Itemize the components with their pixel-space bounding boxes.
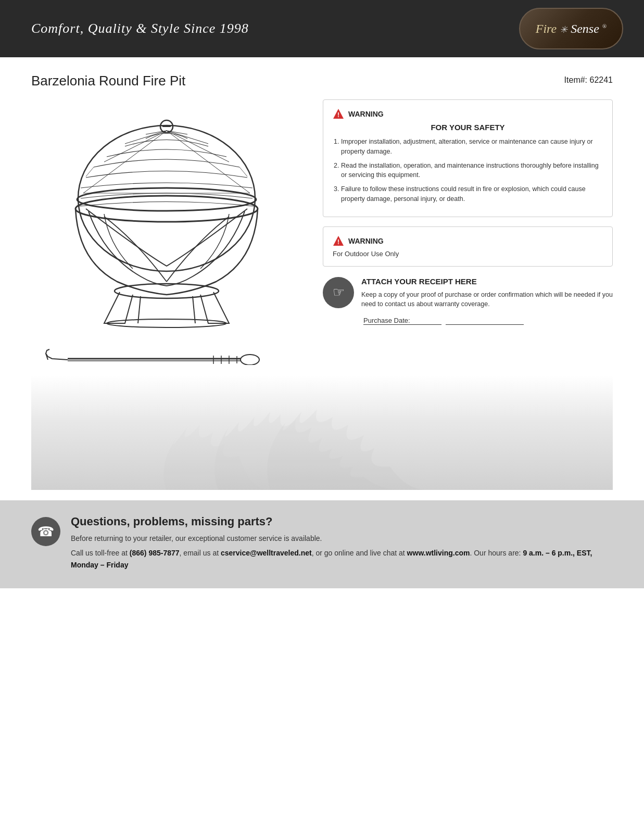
item-number: Item#: 62241 <box>564 75 613 85</box>
right-col: ! WARNING FOR YOUR SAFETY Improper insta… <box>323 99 613 325</box>
footer-line2-suffix: , or go online and live chat at <box>312 549 407 557</box>
svg-point-16 <box>115 284 219 298</box>
purchase-date-line: Purchase Date: <box>361 317 613 325</box>
receipt-description: Keep a copy of your proof of purchase or… <box>361 290 613 310</box>
warning-box-outdoor: ! WARNING For Outdoor Use Only <box>323 226 613 267</box>
footer-hours-prefix: . Our hours are: <box>470 549 523 557</box>
product-image-area <box>31 99 302 370</box>
warning2-text: For Outdoor Use Only <box>333 250 603 258</box>
warning1-item-2: Read the installation, operation, and ma… <box>341 161 603 181</box>
flame-decoration-area <box>31 375 613 490</box>
footer-heading: Questions, problems, missing parts? <box>71 515 613 528</box>
svg-point-18 <box>241 355 259 365</box>
footer-phone: (866) 985-7877 <box>130 549 180 557</box>
header-tagline: Comfort, Quality & Style Since 1998 <box>31 21 249 36</box>
two-col-layout: ! WARNING FOR YOUR SAFETY Improper insta… <box>31 99 613 370</box>
receipt-title: ATTACH YOUR RECEIPT HERE <box>361 277 613 286</box>
footer-line2-mid: , email us at <box>180 549 221 557</box>
warning1-list: Improper installation, adjustment, alter… <box>333 137 603 204</box>
footer-line1: Before returning to your retailer, our e… <box>71 533 613 544</box>
main-content: Barzelonia Round Fire Pit Item#: 62241 <box>0 57 644 500</box>
svg-line-2 <box>104 131 167 162</box>
footer-line2-prefix: Call us toll-free at <box>71 549 130 557</box>
warning-box-safety: ! WARNING FOR YOUR SAFETY Improper insta… <box>323 99 613 217</box>
warning1-item-3: Failure to follow these instructions cou… <box>341 184 603 204</box>
logo-asterisk: ✳ <box>560 24 567 35</box>
svg-line-10 <box>86 167 94 176</box>
warning1-title: WARNING <box>348 110 384 118</box>
product-image-col <box>31 99 302 370</box>
flame-svg <box>114 375 531 490</box>
footer-website: www.wtliving.com <box>407 549 470 557</box>
fire-pit-illustration <box>36 105 297 365</box>
svg-line-11 <box>239 167 247 176</box>
receipt-icon-circle: ☞ <box>323 277 354 308</box>
svg-point-0 <box>78 125 255 271</box>
brand-logo: Fire ✳ Sense ® <box>519 8 623 49</box>
product-title: Barzelonia Round Fire Pit <box>31 73 185 89</box>
warning1-item-1: Improper installation, adjustment, alter… <box>341 137 603 157</box>
receipt-hand-icon: ☞ <box>333 284 345 300</box>
logo-sense: Sense <box>571 22 599 35</box>
footer-email: cservice@welltraveled.net <box>221 549 312 557</box>
svg-point-15 <box>75 196 258 222</box>
phone-icon: ☎ <box>37 524 54 540</box>
product-header: Barzelonia Round Fire Pit Item#: 62241 <box>31 73 613 89</box>
footer-text: Questions, problems, missing parts? Befo… <box>71 515 613 574</box>
footer-contact-line: Call us toll-free at (866) 985-7877, ema… <box>71 547 613 571</box>
warning1-header: ! WARNING <box>333 108 603 120</box>
warning-triangle-icon-1: ! <box>333 108 344 120</box>
footer-phone-icon: ☎ <box>31 517 60 546</box>
footer: ☎ Questions, problems, missing parts? Be… <box>0 500 644 588</box>
svg-line-7 <box>167 131 229 162</box>
receipt-content: ATTACH YOUR RECEIPT HERE Keep a copy of … <box>361 277 613 325</box>
svg-text:!: ! <box>337 238 339 246</box>
page-header: Comfort, Quality & Style Since 1998 Fire… <box>0 0 644 57</box>
receipt-section: ☞ ATTACH YOUR RECEIPT HERE Keep a copy o… <box>323 277 613 325</box>
purchase-date-label: Purchase Date: <box>363 317 441 325</box>
warning2-title: WARNING <box>348 237 384 245</box>
svg-line-3 <box>125 131 167 144</box>
purchase-date-underline <box>446 317 524 325</box>
logo-registered: ® <box>602 23 607 29</box>
warning-triangle-icon-2: ! <box>333 235 344 247</box>
svg-line-6 <box>167 131 208 144</box>
warning1-subtitle: FOR YOUR SAFETY <box>333 123 603 132</box>
logo-fire: Fire <box>536 22 557 35</box>
warning2-header: ! WARNING <box>333 235 603 247</box>
svg-text:!: ! <box>337 111 339 119</box>
